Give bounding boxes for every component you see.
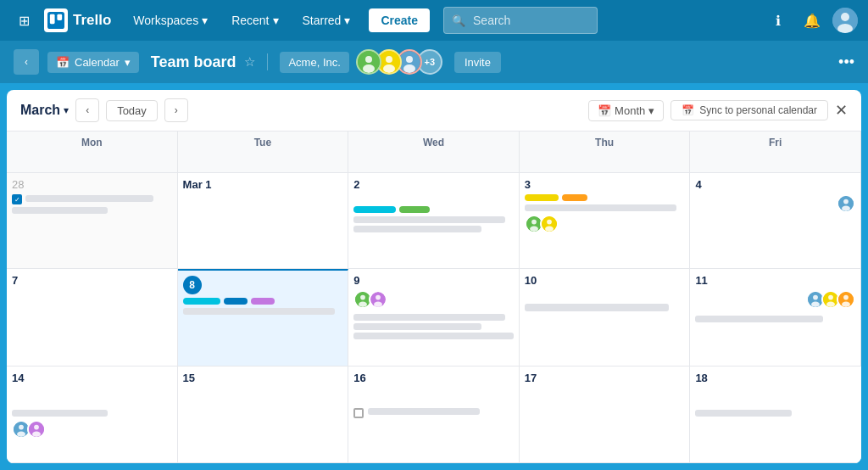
card-text xyxy=(353,226,481,232)
svg-point-26 xyxy=(359,301,367,307)
day-number: 28 xyxy=(12,178,172,191)
grid-menu-button[interactable]: ⊞ xyxy=(10,7,37,34)
day-cell-17[interactable]: 17 xyxy=(520,366,691,463)
card-text xyxy=(695,316,823,322)
svg-point-38 xyxy=(842,301,850,307)
board-header: ‹ 📅 Calendar ▾ Team board ☆ Acme, Inc. +… xyxy=(0,41,868,83)
sidebar-toggle-button[interactable]: ‹ xyxy=(14,49,39,75)
calendar-icon: 📅 xyxy=(56,56,70,69)
grid-icon: ⊞ xyxy=(19,13,30,29)
day-number: 17 xyxy=(525,372,685,384)
day-header-mon: Mon xyxy=(7,131,178,173)
svg-point-40 xyxy=(19,424,24,429)
search-wrapper: 🔍 xyxy=(443,7,598,34)
prev-month-button[interactable]: ‹ xyxy=(75,98,99,122)
day-cell-2[interactable]: 2 xyxy=(348,173,520,268)
day-number: 15 xyxy=(183,372,343,384)
svg-point-17 xyxy=(530,227,538,232)
day-cell-7[interactable]: 7 xyxy=(7,269,178,366)
month-title: March xyxy=(20,103,60,118)
svg-point-8 xyxy=(363,64,375,73)
day-cell-4[interactable]: 4 xyxy=(690,173,861,268)
info-icon: ℹ xyxy=(776,13,781,29)
next-month-button[interactable]: › xyxy=(164,98,188,122)
month-nav: March ▾ xyxy=(20,103,69,118)
day-number: 16 xyxy=(353,372,514,384)
notifications-button[interactable]: 🔔 xyxy=(798,7,826,34)
day-cell-16[interactable]: 16 xyxy=(348,366,520,463)
bell-icon: 🔔 xyxy=(804,13,821,29)
star-icon: ☆ xyxy=(244,54,255,69)
month-dropdown-button[interactable]: ▾ xyxy=(64,104,69,116)
svg-point-43 xyxy=(34,424,39,429)
card-text xyxy=(183,308,335,315)
day-header-thu: Thu xyxy=(520,131,691,173)
day-cell-15[interactable]: 15 xyxy=(178,366,349,463)
trello-logo-icon xyxy=(44,8,68,32)
card-text xyxy=(368,408,480,415)
member-avatars: +3 xyxy=(361,49,442,75)
day-number: 18 xyxy=(695,372,856,384)
chevron-down-icon: ▾ xyxy=(202,14,208,27)
sync-icon: 📅 xyxy=(682,104,694,116)
chevron-down-icon: ▾ xyxy=(648,104,654,117)
card-text xyxy=(353,216,505,223)
sync-calendar-button[interactable]: 📅 Sync to personal calendar xyxy=(670,100,828,120)
day-cell-11[interactable]: 11 xyxy=(690,269,861,366)
invite-button[interactable]: Invite xyxy=(454,52,501,73)
day-number: 10 xyxy=(525,274,685,287)
search-input[interactable] xyxy=(443,7,598,34)
user-avatar[interactable] xyxy=(832,8,858,33)
search-icon: 🔍 xyxy=(452,14,465,27)
day-number: Mar 1 xyxy=(183,178,343,191)
calendar-view-button[interactable]: 📅 Calendar ▾ xyxy=(47,52,139,73)
day-cell-18[interactable]: 18 xyxy=(690,366,861,463)
workspaces-menu-button[interactable]: Workspaces ▾ xyxy=(125,8,216,32)
chevron-down-icon: ▾ xyxy=(125,56,131,69)
card-text xyxy=(525,304,669,311)
calendar-container: March ▾ ‹ Today › 📅 Month ▾ 📅 Sync to pe… xyxy=(7,90,861,463)
avatars-row xyxy=(525,215,685,233)
today-button[interactable]: Today xyxy=(106,100,158,121)
trello-logo-text: Trello xyxy=(73,12,111,29)
day-cell-14[interactable]: 14 xyxy=(7,366,178,463)
card-avatar xyxy=(369,290,387,309)
day-number: 7 xyxy=(12,274,172,287)
chevron-down-icon: ▾ xyxy=(273,14,279,27)
info-button[interactable]: ℹ xyxy=(765,7,792,34)
recent-menu-button[interactable]: Recent ▾ xyxy=(223,8,287,32)
svg-point-25 xyxy=(360,294,365,299)
day-number: 9 xyxy=(353,274,514,287)
day-cell-3[interactable]: 3 xyxy=(520,173,691,268)
checkbox-unchecked xyxy=(353,408,364,418)
card-text xyxy=(25,195,153,202)
card-text xyxy=(353,323,481,330)
view-selector-button[interactable]: 📅 Month ▾ xyxy=(588,100,664,121)
divider xyxy=(267,53,268,70)
board-title: Team board xyxy=(151,53,236,71)
star-button[interactable]: ☆ xyxy=(244,54,255,70)
svg-point-14 xyxy=(403,64,415,73)
svg-point-22 xyxy=(843,199,849,204)
day-number-today: 8 xyxy=(183,276,202,294)
svg-point-10 xyxy=(386,56,392,63)
create-button[interactable]: Create xyxy=(369,8,430,32)
day-cell-28[interactable]: 28 xyxy=(7,173,178,268)
workspace-button[interactable]: Acme, Inc. xyxy=(280,52,348,73)
day-cell-9[interactable]: 9 xyxy=(348,269,520,366)
close-calendar-button[interactable]: ✕ xyxy=(835,101,848,120)
day-cell-mar1[interactable]: Mar 1 xyxy=(178,173,349,268)
more-options-button[interactable]: ••• xyxy=(838,53,854,71)
member-avatar-1 xyxy=(356,49,381,75)
day-number: 3 xyxy=(525,178,685,191)
starred-menu-button[interactable]: Starred ▾ xyxy=(294,8,359,32)
svg-point-31 xyxy=(813,294,818,299)
svg-rect-2 xyxy=(57,14,62,20)
day-cell-8[interactable]: 8 xyxy=(178,269,349,366)
svg-point-19 xyxy=(547,220,552,225)
day-cell-10[interactable]: 10 xyxy=(520,269,691,366)
svg-point-28 xyxy=(376,294,381,299)
svg-point-4 xyxy=(841,13,849,21)
more-icon: ••• xyxy=(838,53,854,70)
avatars-row xyxy=(12,420,172,439)
